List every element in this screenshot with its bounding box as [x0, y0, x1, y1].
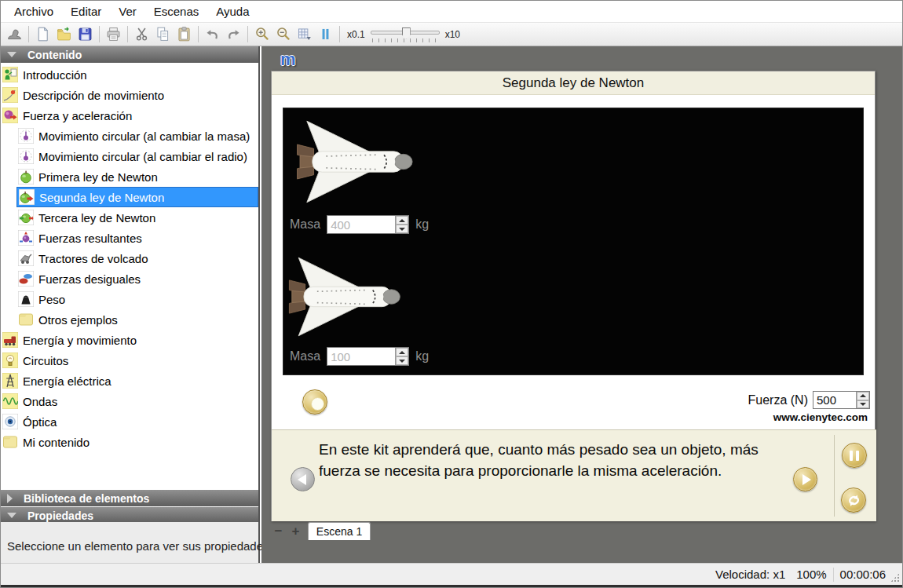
slider-thumb[interactable] — [402, 27, 411, 39]
reset-icon — [846, 493, 861, 508]
sidebar-item-optica[interactable]: Óptica — [1, 411, 258, 432]
model-button[interactable] — [4, 24, 25, 45]
sidebar-item-tractores-de-volcado[interactable]: Tractores de volcado — [16, 248, 258, 268]
force-input[interactable] — [813, 392, 856, 408]
replay-button[interactable] — [302, 389, 327, 415]
tree-item-label: Otros ejemplos — [38, 313, 118, 327]
pause-play-button[interactable] — [842, 443, 867, 468]
sidebar-item-circuitos[interactable]: Circuitos — [1, 350, 258, 371]
tree-item-label: Tercera ley de Newton — [38, 211, 155, 225]
tree-item-label: Descripción de movimiento — [23, 89, 164, 102]
pause-icon — [317, 26, 334, 42]
spin-up-icon[interactable] — [396, 216, 408, 225]
remove-scene-button[interactable]: − — [272, 524, 285, 538]
copy-button[interactable] — [152, 24, 174, 45]
tab-escena-1[interactable]: Escena 1 — [308, 522, 371, 540]
sidebar-item-movimiento-circular-radio[interactable]: Movimiento circular (al cambiar el radio… — [16, 146, 258, 166]
sidebar-item-movimiento-circular-masa[interactable]: Movimiento circular (al cambiar la masa) — [16, 126, 258, 146]
masa2-unit: kg — [415, 349, 429, 363]
open-folder-icon — [56, 26, 72, 42]
sidebar-item-introduccion[interactable]: Introducción — [1, 64, 258, 85]
spin-down-icon[interactable] — [396, 225, 408, 233]
properties-header-label: Propiedades — [27, 509, 93, 522]
toolbar-separator — [127, 26, 128, 42]
toolbar-separator — [28, 26, 29, 42]
reset-button[interactable] — [841, 488, 866, 513]
redo-button[interactable] — [223, 24, 244, 45]
tree-item-label: Ondas — [23, 395, 57, 408]
chevron-right-icon — [7, 494, 13, 503]
masa2-input[interactable] — [327, 348, 395, 365]
simulation-canvas[interactable]: Masa kg Masa kg — [283, 108, 864, 375]
caption-divider — [834, 435, 835, 517]
tree-item-label: Fuerzas desiguales — [38, 272, 141, 286]
library-header-label: Biblioteca de elementos — [24, 492, 149, 505]
spin-down-icon[interactable] — [857, 400, 869, 409]
apple-two-arrows-icon — [18, 210, 34, 225]
zoom-table-button[interactable] — [294, 24, 315, 45]
sidebar-item-fuerzas-desiguales[interactable]: Fuerzas desiguales — [16, 268, 258, 289]
resultant-forces-icon — [18, 230, 34, 246]
previous-button[interactable] — [291, 467, 315, 491]
spin-down-icon[interactable] — [396, 356, 408, 365]
tree-item-label: Energía eléctrica — [23, 374, 112, 388]
sidebar-item-energia-y-movimiento[interactable]: Energía y movimiento — [1, 330, 258, 350]
caption-strip: En este kit aprenderá que, cuanto más pe… — [272, 429, 876, 521]
sidebar-item-tercera-ley[interactable]: Tercera ley de Newton — [16, 207, 258, 228]
tree-item-label: Segunda ley de Newton — [39, 191, 164, 204]
menu-ayuda[interactable]: Ayuda — [207, 2, 258, 21]
sidebar-item-mi-contenido[interactable]: Mi contenido — [1, 432, 258, 452]
zoom-out-button[interactable] — [272, 24, 294, 45]
speed-max-label: x10 — [445, 29, 460, 40]
library-panel-header[interactable]: Biblioteca de elementos — [1, 490, 258, 506]
speed-min-label: x0.1 — [347, 29, 365, 40]
sidebar-item-otros-ejemplos[interactable]: Otros ejemplos — [16, 309, 258, 330]
zoom-in-button[interactable] — [251, 24, 272, 45]
menu-editar[interactable]: Editar — [62, 2, 110, 21]
paste-button[interactable] — [174, 24, 195, 45]
sidebar-item-peso[interactable]: Peso — [16, 289, 258, 309]
printer-icon — [105, 26, 122, 42]
content-panel-header[interactable]: Contenido — [1, 46, 258, 63]
sidebar-item-descripcion-de-movimiento[interactable]: Descripción de movimiento — [1, 85, 258, 105]
spin-up-icon[interactable] — [857, 392, 869, 400]
folder-icon — [18, 312, 34, 327]
menu-archivo[interactable]: Archivo — [5, 2, 62, 21]
sidebar-item-fuerza-y-aceleracion[interactable]: Fuerza y aceleración — [1, 105, 258, 126]
properties-panel: Seleccione un elemento para ver sus prop… — [1, 522, 258, 563]
spin-up-icon[interactable] — [396, 348, 408, 356]
sidebar-item-ondas[interactable]: Ondas — [1, 391, 258, 411]
speed-slider[interactable] — [369, 26, 441, 43]
shuttle-large-image — [294, 113, 419, 210]
undo-button[interactable] — [202, 24, 223, 45]
masa2-label: Masa — [290, 349, 320, 363]
content-header-label: Contenido — [27, 49, 82, 61]
presenter-icon — [2, 67, 18, 82]
next-button[interactable] — [793, 467, 817, 491]
resize-grip[interactable] — [890, 573, 900, 583]
add-scene-button[interactable]: + — [289, 524, 302, 538]
menu-ver[interactable]: Ver — [110, 2, 145, 21]
cut-button[interactable] — [131, 24, 152, 45]
sidebar-item-energia-electrica[interactable]: Energía eléctrica — [1, 371, 258, 391]
open-button[interactable] — [53, 24, 75, 45]
sidebar-item-primera-ley[interactable]: Primera ley de Newton — [16, 166, 258, 187]
force-inputbox — [813, 391, 870, 409]
sidebar-item-fuerzas-resultantes[interactable]: Fuerzas resultantes — [16, 228, 258, 248]
menu-escenas[interactable]: Escenas — [145, 2, 208, 21]
status-separator — [833, 568, 834, 582]
apple-icon — [18, 169, 34, 184]
masa1-input[interactable] — [327, 216, 395, 233]
new-button[interactable] — [32, 24, 53, 45]
masa1-inputbox — [327, 215, 409, 234]
save-button[interactable] — [75, 24, 96, 45]
pause-toolbar-button[interactable] — [315, 24, 336, 45]
model-icon — [6, 26, 23, 42]
sidebar-item-segunda-ley-selected[interactable]: Segunda ley de Newton — [16, 187, 258, 207]
print-button[interactable] — [103, 24, 124, 45]
masa2-inputbox — [327, 347, 409, 366]
activity-title: Segunda ley de Newton — [272, 71, 875, 95]
new-document-icon — [35, 26, 51, 42]
copy-icon — [155, 26, 171, 42]
properties-panel-header[interactable]: Propiedades — [1, 507, 258, 524]
